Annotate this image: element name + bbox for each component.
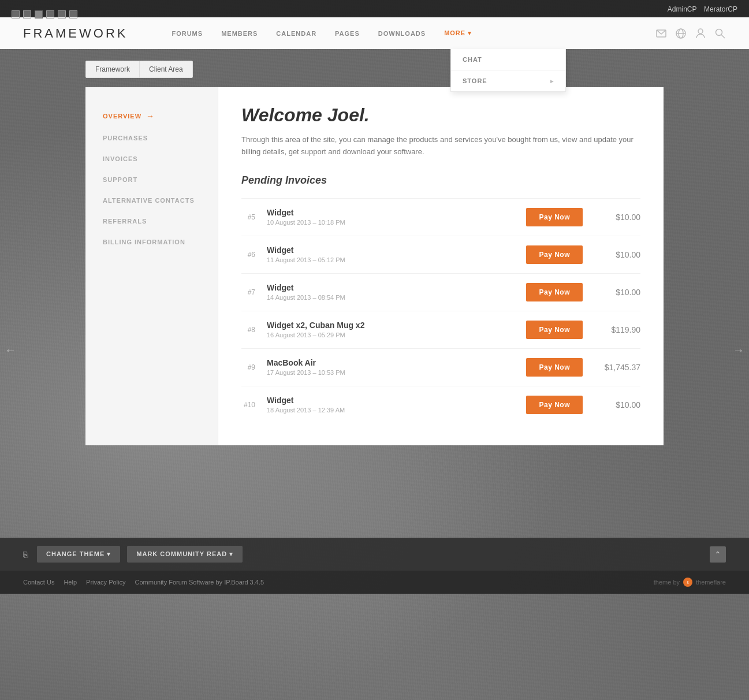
- invoice-num: #6: [241, 251, 264, 259]
- svg-point-4: [698, 29, 703, 33]
- invoice-info: Widget x2, Cuban Mug x2 16 August 2013 –…: [264, 321, 526, 338]
- header: FRAMEWORK FORUMS MEMBERS CALENDAR PAGES …: [0, 17, 749, 49]
- win-ctrl-1[interactable]: [12, 10, 20, 18]
- win-ctrl-2[interactable]: [23, 10, 31, 18]
- rss-icon[interactable]: ⎘: [23, 550, 28, 559]
- invoice-amount: $10.00: [594, 288, 640, 297]
- sidebar-item-support[interactable]: SUPPORT: [85, 169, 218, 190]
- win-ctrl-3[interactable]: [35, 10, 43, 18]
- logo: FRAMEWORK: [23, 26, 128, 41]
- admin-bar: AdminCP MeratorCP: [0, 0, 749, 17]
- footer-link-software[interactable]: Community Forum Software by IP.Board 3.4…: [135, 579, 264, 586]
- invoice-num: #8: [241, 326, 264, 334]
- right-arrow-icon[interactable]: →: [733, 344, 744, 357]
- invoice-info: Widget 11 August 2013 – 05:12 PM: [264, 245, 526, 263]
- invoice-amount: $119.90: [594, 325, 640, 334]
- moderatorcp-link[interactable]: MeratorCP: [704, 5, 737, 13]
- invoice-date: 18 August 2013 – 12:39 AM: [267, 407, 526, 414]
- invoice-info: Widget 18 August 2013 – 12:39 AM: [264, 396, 526, 414]
- pending-invoices-title: Pending Invoices: [241, 174, 640, 187]
- svg-point-5: [716, 29, 722, 35]
- envelope-icon[interactable]: [655, 28, 667, 39]
- welcome-title: Welcome Joel.: [241, 105, 640, 126]
- nav-icons: [655, 28, 726, 39]
- sidebar: OVERVIEW → PURCHASES INVOICES SUPPORT AL…: [85, 87, 218, 445]
- pay-now-button[interactable]: Pay Now: [526, 321, 583, 339]
- content-area: Welcome Joel. Through this area of the s…: [218, 87, 664, 445]
- footer-credit: theme by t themeflare: [654, 578, 726, 587]
- invoice-name: Widget: [267, 396, 526, 405]
- win-ctrl-4[interactable]: [46, 10, 54, 18]
- breadcrumb-framework[interactable]: Framework: [85, 61, 140, 78]
- invoice-name: Widget: [267, 245, 526, 255]
- main-container: OVERVIEW → PURCHASES INVOICES SUPPORT AL…: [85, 87, 664, 445]
- scroll-to-top-button[interactable]: ⌃: [710, 546, 726, 563]
- invoice-num: #7: [241, 288, 264, 296]
- table-row: #7 Widget 14 August 2013 – 08:54 PM Pay …: [241, 273, 640, 311]
- nav-downloads[interactable]: DOWNLOADS: [369, 20, 435, 47]
- table-row: #10 Widget 18 August 2013 – 12:39 AM Pay…: [241, 386, 640, 423]
- table-row: #5 Widget 10 August 2013 – 10:18 PM Pay …: [241, 198, 640, 236]
- dropdown-store[interactable]: STORE ▸: [451, 70, 565, 91]
- sidebar-item-purchases[interactable]: PURCHASES: [85, 128, 218, 148]
- breadcrumb-client-area[interactable]: Client Area: [139, 61, 193, 78]
- store-chevron-icon: ▸: [550, 78, 554, 84]
- nav-forums[interactable]: FORUMS: [162, 20, 212, 47]
- overview-arrow-icon: →: [146, 111, 155, 121]
- footer-link-help[interactable]: Help: [64, 579, 77, 586]
- invoice-date: 14 August 2013 – 08:54 PM: [267, 294, 526, 301]
- footer-right: ⌃: [710, 546, 726, 563]
- left-arrow-icon[interactable]: ←: [5, 344, 16, 357]
- nav-more[interactable]: MORE ▾: [435, 19, 481, 47]
- search-icon[interactable]: [714, 28, 726, 39]
- user-icon[interactable]: [695, 28, 706, 39]
- invoice-date: 16 August 2013 – 05:29 PM: [267, 332, 526, 338]
- win-ctrl-6[interactable]: [69, 10, 77, 18]
- footer-link-contact[interactable]: Contact Us: [23, 579, 54, 586]
- footer-link-privacy[interactable]: Privacy Policy: [86, 579, 125, 586]
- pay-now-button[interactable]: Pay Now: [526, 283, 583, 301]
- pay-now-button[interactable]: Pay Now: [526, 396, 583, 414]
- sidebar-item-billing-information[interactable]: BILLING INFORMATION: [85, 232, 218, 252]
- invoice-info: Widget 10 August 2013 – 10:18 PM: [264, 208, 526, 226]
- invoice-num: #9: [241, 363, 264, 371]
- themeflare-logo: t: [683, 578, 692, 587]
- invoice-amount: $10.00: [594, 213, 640, 222]
- change-theme-button[interactable]: CHANGE THEME ▾: [37, 546, 120, 563]
- nav-pages[interactable]: PAGES: [326, 20, 369, 47]
- invoice-amount: $1,745.37: [594, 363, 640, 372]
- invoice-num: #10: [241, 401, 264, 409]
- sidebar-item-alternative-contacts[interactable]: ALTERNATIVE CONTACTS: [85, 190, 218, 211]
- table-row: #8 Widget x2, Cuban Mug x2 16 August 201…: [241, 311, 640, 348]
- welcome-description: Through this area of the site, you can m…: [241, 134, 640, 158]
- svg-line-6: [721, 35, 725, 38]
- admincp-link[interactable]: AdminCP: [668, 5, 697, 13]
- table-row: #6 Widget 11 August 2013 – 05:12 PM Pay …: [241, 236, 640, 273]
- invoice-name: Widget: [267, 283, 526, 292]
- invoices-list: #5 Widget 10 August 2013 – 10:18 PM Pay …: [241, 198, 640, 423]
- invoice-name: Widget: [267, 208, 526, 217]
- sidebar-item-overview[interactable]: OVERVIEW →: [85, 105, 218, 128]
- mark-community-read-button[interactable]: MARK COMMUNITY READ ▾: [127, 546, 243, 563]
- spacer: [0, 468, 749, 538]
- window-controls: [12, 10, 77, 18]
- invoice-info: MacBook Air 17 August 2013 – 10:53 PM: [264, 358, 526, 376]
- sidebar-item-referrals[interactable]: REFERRALS: [85, 211, 218, 232]
- win-ctrl-5[interactable]: [58, 10, 66, 18]
- pay-now-button[interactable]: Pay Now: [526, 245, 583, 264]
- invoice-date: 17 August 2013 – 10:53 PM: [267, 369, 526, 376]
- nav-members[interactable]: MEMBERS: [212, 20, 267, 47]
- invoice-name: Widget x2, Cuban Mug x2: [267, 321, 526, 330]
- invoice-info: Widget 14 August 2013 – 08:54 PM: [264, 283, 526, 301]
- more-dropdown: CHAT STORE ▸: [450, 49, 566, 92]
- globe-icon[interactable]: [675, 28, 687, 39]
- pay-now-button[interactable]: Pay Now: [526, 358, 583, 377]
- dropdown-chat[interactable]: CHAT: [451, 49, 565, 70]
- invoice-num: #5: [241, 213, 264, 221]
- sidebar-item-invoices[interactable]: INVOICES: [85, 148, 218, 169]
- invoice-amount: $10.00: [594, 250, 640, 259]
- nav-calendar[interactable]: CALENDAR: [267, 20, 326, 47]
- invoice-name: MacBook Air: [267, 358, 526, 367]
- pay-now-button[interactable]: Pay Now: [526, 208, 583, 226]
- invoice-date: 10 August 2013 – 10:18 PM: [267, 219, 526, 226]
